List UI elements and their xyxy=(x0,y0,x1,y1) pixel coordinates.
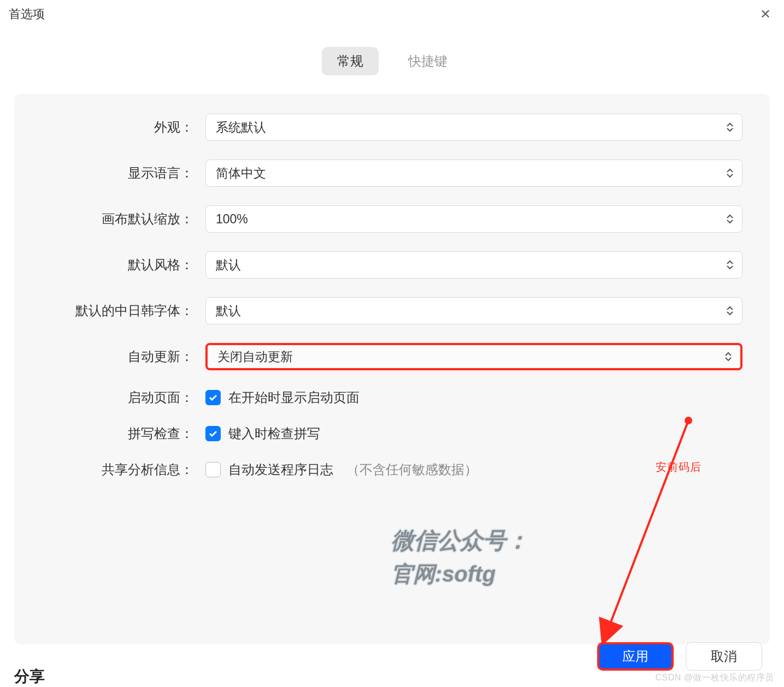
spellcheck-label: 拼写检查： xyxy=(42,425,205,442)
analytics-checkbox-label: 自动发送程序日志 xyxy=(228,461,333,478)
chevron-updown-icon xyxy=(727,168,733,178)
csdn-watermark: CSDN @做一枚快乐的程序员 xyxy=(655,672,774,684)
dialog-title: 首选项 xyxy=(9,6,45,22)
appearance-label: 外观： xyxy=(42,119,205,136)
startup-label: 启动页面： xyxy=(42,389,205,406)
tab-shortcuts[interactable]: 快捷键 xyxy=(393,47,463,75)
auto-update-value: 关闭自动更新 xyxy=(217,348,293,365)
chevron-updown-icon xyxy=(727,122,733,132)
chevron-updown-icon xyxy=(725,352,732,362)
default-style-label: 默认风格： xyxy=(42,256,205,274)
chevron-updown-icon xyxy=(727,214,733,224)
close-icon[interactable]: ✕ xyxy=(756,4,775,24)
cjk-font-label: 默认的中日韩字体： xyxy=(42,302,205,319)
cancel-button[interactable]: 取消 xyxy=(686,642,762,671)
auto-update-select[interactable]: 关闭自动更新 xyxy=(205,343,742,370)
canvas-zoom-select[interactable]: 100% xyxy=(205,205,742,233)
analytics-note: （不含任何敏感数据） xyxy=(346,461,478,478)
chevron-updown-icon xyxy=(727,260,733,270)
appearance-value: 系统默认 xyxy=(216,119,266,136)
language-select[interactable]: 简体中文 xyxy=(205,159,742,187)
cjk-font-value: 默认 xyxy=(216,303,241,319)
canvas-zoom-value: 100% xyxy=(216,212,248,227)
check-icon xyxy=(209,430,217,437)
general-panel: 外观： 系统默认 显示语言： 简体中文 画布默认缩放： xyxy=(14,94,770,644)
tabs: 常规 快捷键 xyxy=(0,33,784,94)
check-icon xyxy=(209,394,217,401)
chevron-updown-icon xyxy=(727,306,733,316)
watermark: 微信公众号： 官网:softg xyxy=(391,525,648,591)
language-value: 简体中文 xyxy=(216,165,266,182)
apply-button[interactable]: 应用 xyxy=(597,642,674,671)
cjk-font-select[interactable]: 默认 xyxy=(205,297,742,324)
spellcheck-checkbox[interactable] xyxy=(205,426,221,441)
canvas-zoom-label: 画布默认缩放： xyxy=(42,210,205,228)
tab-general[interactable]: 常规 xyxy=(322,47,379,75)
analytics-label: 共享分析信息： xyxy=(42,461,205,478)
startup-checkbox[interactable] xyxy=(205,390,221,405)
analytics-checkbox[interactable] xyxy=(205,462,221,477)
startup-checkbox-label: 在开始时显示启动页面 xyxy=(228,389,359,406)
spellcheck-checkbox-label: 键入时检查拼写 xyxy=(228,425,320,442)
language-label: 显示语言： xyxy=(42,164,205,182)
auto-update-label: 自动更新： xyxy=(42,348,205,365)
appearance-select[interactable]: 系统默认 xyxy=(205,114,742,141)
default-style-value: 默认 xyxy=(216,257,241,274)
default-style-select[interactable]: 默认 xyxy=(205,251,742,279)
